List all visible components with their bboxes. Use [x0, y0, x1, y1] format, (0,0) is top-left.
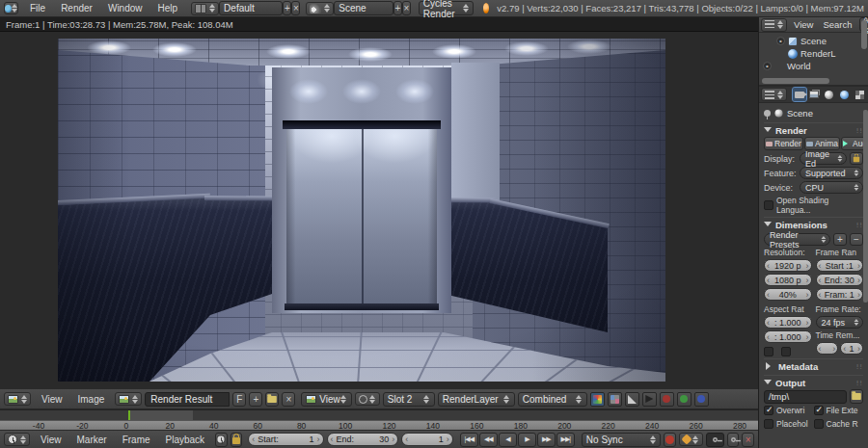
menu-item[interactable]: View [789, 19, 818, 30]
image-name-field[interactable]: Render Result [145, 392, 230, 407]
menu-item[interactable]: Search [818, 19, 856, 30]
editor-type-button-image[interactable] [4, 392, 31, 406]
screen-layout-select[interactable]: Default [219, 1, 283, 15]
menu-item[interactable]: Playback [158, 435, 213, 445]
close-layout-button[interactable]: × [291, 1, 300, 15]
resolution-x-field[interactable]: 1920 p [764, 259, 812, 272]
fake-user-button[interactable]: F [232, 392, 246, 407]
tab-scene[interactable] [823, 88, 836, 101]
keying-set-menu-button[interactable] [679, 433, 703, 446]
sync-mode-select[interactable]: No Sync [582, 433, 661, 447]
tab-render[interactable] [793, 88, 806, 101]
render-presets-select[interactable]: Render Presets [764, 233, 830, 246]
menu-item[interactable]: View [33, 435, 69, 445]
timeline-canvas[interactable] [0, 409, 758, 420]
prev-keyframe-button[interactable]: ◀◀ [479, 433, 498, 447]
expander-icon[interactable]: • [776, 37, 785, 45]
properties-scrollbar[interactable] [863, 110, 868, 303]
panel-grip-icon[interactable]: ⁞⁞ [856, 379, 863, 387]
resolution-y-field[interactable]: 1080 p [764, 274, 812, 286]
panel-header-render[interactable]: Render⁞⁞ [764, 122, 863, 137]
editor-type-button-timeline[interactable] [4, 433, 30, 446]
insert-keyframe-button[interactable] [727, 433, 740, 447]
tab-texture[interactable] [853, 88, 866, 101]
channel-rgb-dither-button[interactable] [608, 392, 622, 407]
new-image-button[interactable]: + [249, 392, 262, 407]
active-keying-set-field[interactable] [706, 433, 724, 447]
add-preset-button[interactable]: + [833, 233, 847, 246]
menu-item[interactable]: File [22, 3, 53, 13]
checkbox[interactable] [764, 406, 773, 415]
timeline-ruler[interactable]: -40-200204060801001201401601802002202402… [0, 420, 758, 430]
scene-icon-button[interactable] [306, 2, 334, 15]
jump-to-end-button[interactable]: ▶▶| [556, 433, 575, 447]
layout-icon-button[interactable] [191, 2, 219, 15]
time-remap-old-field[interactable] [816, 342, 839, 355]
jump-to-start-button[interactable]: |◀◀ [460, 433, 478, 447]
pin-icon[interactable] [764, 110, 771, 117]
channel-rgba-button[interactable] [590, 392, 605, 407]
panel-header-metadata[interactable]: Metadata⁞⁞ [764, 358, 863, 373]
slot-select[interactable]: Slot 2 [383, 392, 435, 407]
tab-render-layers[interactable] [808, 88, 822, 101]
crop-checkbox[interactable] [781, 347, 791, 356]
outliner-item[interactable]: • RenderL [763, 47, 868, 60]
resolution-percent-slider[interactable]: 40% [764, 288, 812, 301]
display-select[interactable]: Image Ed [800, 152, 847, 165]
aspect-y-field[interactable]: : 1.000 [764, 330, 812, 343]
menu-item[interactable]: Window [100, 3, 150, 13]
checkbox[interactable] [814, 419, 824, 429]
channel-luminance-button[interactable] [625, 392, 639, 407]
play-button[interactable]: ▶ [518, 433, 536, 447]
channel-red-button[interactable] [660, 392, 674, 407]
close-scene-button[interactable]: × [402, 1, 411, 15]
time-remap-new-field[interactable]: 1 [840, 342, 863, 355]
browse-output-button[interactable] [850, 389, 863, 404]
editor-type-button-info[interactable] [4, 2, 18, 14]
menu-item[interactable]: Marker [69, 435, 115, 445]
aspect-x-field[interactable]: : 1.000 [764, 316, 812, 329]
frame-end-field[interactable]: End: 30 [816, 274, 864, 286]
outliner-item[interactable]: • World [763, 60, 868, 72]
scene-select[interactable]: Scene [334, 1, 393, 15]
frame-end-field[interactable]: End:30 [327, 433, 399, 446]
osl-checkbox[interactable] [764, 200, 773, 210]
image-editor-canvas[interactable] [0, 32, 758, 388]
current-frame-field[interactable]: 1 [401, 433, 453, 446]
image-datablock-icon-button[interactable] [115, 392, 142, 406]
open-image-button[interactable] [265, 392, 279, 407]
play-reverse-button[interactable]: ◀ [499, 433, 517, 447]
pivot-button[interactable] [355, 392, 380, 406]
render-button[interactable]: Render [764, 137, 803, 150]
panel-grip-icon[interactable]: ⁞⁞ [856, 221, 863, 229]
display-lock-button[interactable] [850, 152, 863, 165]
menu-item[interactable]: Help [150, 3, 186, 13]
timeline-current-frame-cursor[interactable] [128, 410, 130, 420]
unlink-image-button[interactable]: × [282, 392, 295, 407]
frame-start-field[interactable]: Start:1 [248, 433, 323, 446]
render-pass-select[interactable]: Combined [518, 392, 587, 407]
remove-preset-button[interactable]: − [850, 233, 863, 246]
device-select[interactable]: CPU [800, 181, 863, 194]
playback-range-button[interactable] [215, 433, 228, 447]
render-engine-select[interactable]: Cycles Render [419, 1, 474, 15]
channel-blue-button[interactable] [694, 392, 709, 407]
border-checkbox[interactable] [764, 347, 773, 356]
editor-type-button-outliner[interactable] [761, 18, 787, 32]
feature-set-select[interactable]: Supported [800, 167, 863, 179]
add-layout-button[interactable]: + [283, 1, 291, 15]
render-layer-select[interactable]: RenderLayer [438, 392, 515, 407]
checkbox[interactable] [814, 406, 824, 415]
delete-keyframe-button[interactable]: × [742, 433, 754, 447]
checkbox[interactable] [764, 419, 773, 429]
panel-header-output[interactable]: Output⁞⁞ [764, 375, 863, 389]
next-keyframe-button[interactable]: ▶▶ [537, 433, 556, 447]
view-mode-select[interactable]: View [301, 392, 352, 407]
outliner-horizontal-scrollbar[interactable] [762, 78, 829, 84]
channel-alpha-button[interactable] [642, 392, 657, 407]
channel-green-button[interactable] [677, 392, 692, 407]
tab-world[interactable] [838, 88, 852, 101]
output-path-field[interactable]: /tmp\ [764, 390, 847, 404]
outliner-vertical-scrollbar[interactable] [861, 20, 867, 49]
frame-step-field[interactable]: Fram: 1 [816, 288, 864, 301]
